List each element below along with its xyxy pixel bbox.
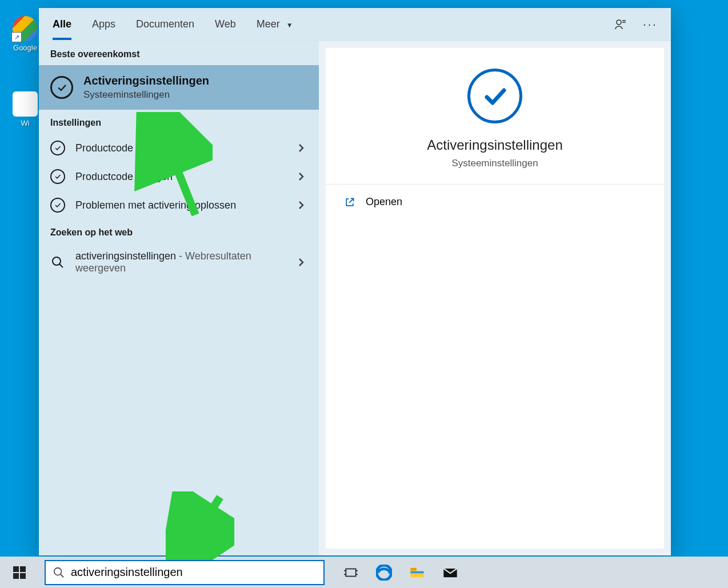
generic-app-icon bbox=[13, 91, 38, 117]
settings-item-change-key[interactable]: Productcode wijzigen bbox=[39, 162, 319, 191]
tab-more-label: Meer bbox=[257, 18, 280, 30]
settings-header: Instellingen bbox=[39, 110, 319, 134]
shortcut-arrow-icon: ↗ bbox=[11, 32, 22, 42]
tab-more[interactable]: Meer ▼ bbox=[257, 9, 293, 39]
check-circle-icon bbox=[50, 76, 73, 99]
chrome-icon: ↗ bbox=[13, 16, 38, 41]
chevron-down-icon: ▼ bbox=[286, 21, 293, 29]
best-match-subtitle: Systeeminstellingen bbox=[83, 89, 209, 101]
tab-web[interactable]: Web bbox=[215, 9, 236, 39]
svg-point-7 bbox=[54, 567, 62, 575]
taskbar-search-box[interactable] bbox=[45, 560, 325, 585]
check-circle-icon bbox=[50, 169, 65, 184]
search-tabs: Alle Apps Documenten Web Meer ▼ ··· bbox=[39, 8, 671, 41]
desktop-chrome-shortcut[interactable]: ↗ Google bbox=[8, 16, 42, 52]
settings-item-buy-key[interactable]: Productcode kopen bbox=[39, 134, 319, 162]
web-header: Zoeken op het web bbox=[39, 219, 319, 243]
search-detail-pane: Activeringsinstellingen Systeeminstellin… bbox=[319, 41, 671, 555]
web-result-label: activeringsinstellingen - Webresultaten … bbox=[75, 250, 285, 274]
mail-icon[interactable] bbox=[441, 563, 459, 582]
task-view-icon[interactable] bbox=[342, 563, 360, 582]
web-result-item[interactable]: activeringsinstellingen - Webresultaten … bbox=[39, 243, 319, 281]
check-circle-icon bbox=[50, 198, 65, 213]
feedback-icon[interactable] bbox=[614, 18, 627, 31]
open-external-icon bbox=[344, 197, 355, 208]
desktop-icon-label: Google bbox=[13, 43, 37, 52]
open-label: Openen bbox=[366, 196, 402, 208]
tab-documents[interactable]: Documenten bbox=[136, 9, 194, 39]
chevron-right-icon bbox=[295, 143, 307, 153]
detail-check-icon bbox=[467, 69, 522, 123]
search-results-left: Beste overeenkomst Activeringsinstelling… bbox=[39, 41, 319, 555]
detail-title: Activeringsinstellingen bbox=[427, 137, 562, 153]
search-icon bbox=[53, 566, 65, 579]
more-options-icon[interactable]: ··· bbox=[643, 18, 657, 31]
chevron-right-icon bbox=[295, 200, 307, 210]
settings-item-troubleshoot[interactable]: Problemen met activering oplossen bbox=[39, 191, 319, 219]
search-panel: Alle Apps Documenten Web Meer ▼ ··· Best… bbox=[39, 8, 671, 555]
desktop-icon-label: Wi bbox=[21, 119, 29, 127]
result-label: Productcode kopen bbox=[75, 142, 285, 154]
svg-point-1 bbox=[53, 257, 61, 265]
svg-rect-15 bbox=[410, 567, 417, 570]
search-input[interactable] bbox=[71, 566, 317, 579]
result-label: Productcode wijzigen bbox=[75, 171, 285, 183]
check-circle-icon bbox=[50, 141, 65, 155]
chevron-right-icon bbox=[295, 257, 307, 267]
svg-line-8 bbox=[61, 574, 64, 577]
svg-point-0 bbox=[617, 20, 621, 25]
svg-rect-16 bbox=[410, 571, 423, 573]
best-match-item[interactable]: Activeringsinstellingen Systeeminstellin… bbox=[39, 65, 319, 110]
search-icon bbox=[50, 255, 65, 270]
web-term: activeringsinstellingen bbox=[75, 250, 176, 262]
open-action[interactable]: Openen bbox=[326, 185, 664, 219]
taskbar bbox=[0, 557, 728, 588]
detail-subtitle: Systeeminstellingen bbox=[451, 158, 538, 169]
start-button[interactable] bbox=[0, 557, 39, 588]
best-match-header: Beste overeenkomst bbox=[39, 41, 319, 65]
desktop-shortcut-secondary[interactable]: Wi bbox=[8, 91, 42, 127]
best-match-title: Activeringsinstellingen bbox=[83, 74, 209, 87]
file-explorer-icon[interactable] bbox=[408, 563, 426, 582]
tab-all[interactable]: Alle bbox=[53, 9, 71, 39]
tab-apps[interactable]: Apps bbox=[92, 9, 115, 39]
chevron-right-icon bbox=[295, 171, 307, 182]
windows-logo-icon bbox=[13, 566, 26, 579]
svg-line-2 bbox=[59, 264, 63, 267]
edge-icon[interactable] bbox=[375, 563, 393, 582]
result-label: Problemen met activering oplossen bbox=[75, 199, 285, 211]
svg-rect-9 bbox=[346, 569, 355, 576]
